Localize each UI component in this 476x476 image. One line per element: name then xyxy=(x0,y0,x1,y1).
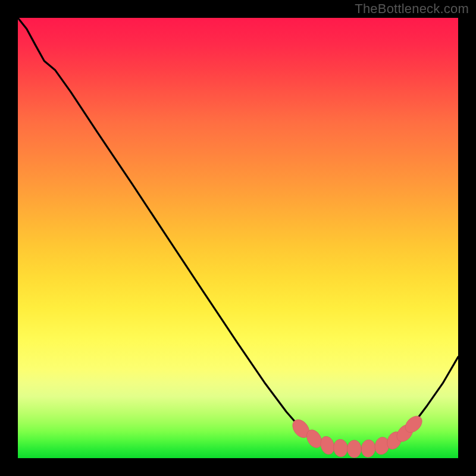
chart-container: TheBottleneck.com xyxy=(0,0,476,476)
curve-marker xyxy=(347,440,362,458)
plot-region xyxy=(18,18,458,458)
curve-markers xyxy=(18,18,458,458)
curve-marker xyxy=(333,439,349,458)
watermark-label: TheBottleneck.com xyxy=(355,1,469,17)
curve-marker xyxy=(361,439,377,458)
